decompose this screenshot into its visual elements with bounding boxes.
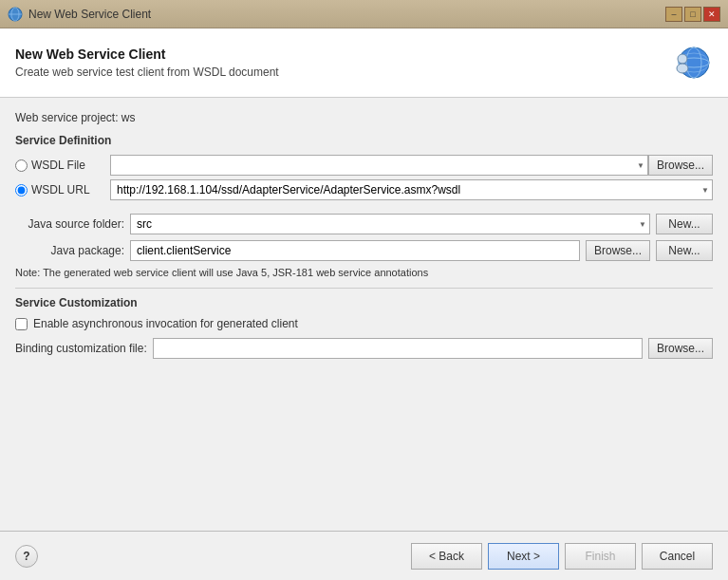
- finish-button[interactable]: Finish: [565, 543, 636, 570]
- java-package-new-button[interactable]: New...: [656, 240, 713, 261]
- globe-wizard-icon: [667, 40, 713, 85]
- close-button[interactable]: ✕: [703, 7, 720, 22]
- java-package-input[interactable]: [130, 240, 580, 261]
- java-source-row: Java source folder: src ▼ New...: [15, 214, 713, 234]
- title-bar-left: New Web Service Client: [8, 7, 151, 22]
- wsdl-url-radio[interactable]: [15, 184, 28, 196]
- java-source-combo-wrapper: src ▼: [130, 214, 650, 234]
- java-package-browse-button[interactable]: Browse...: [586, 240, 650, 261]
- title-controls: – □ ✕: [665, 7, 720, 22]
- footer-buttons: < Back Next > Finish Cancel: [411, 543, 713, 570]
- app-icon: [8, 7, 23, 22]
- footer-left: ?: [15, 545, 38, 568]
- svg-point-8: [677, 64, 688, 73]
- async-checkbox[interactable]: [15, 318, 28, 330]
- project-value: ws: [121, 111, 136, 124]
- maximize-button[interactable]: □: [684, 7, 701, 22]
- async-checkbox-row: Enable asynchronous invocation for gener…: [15, 317, 713, 330]
- back-button[interactable]: < Back: [411, 543, 482, 570]
- dialog: New Web Service Client Create web servic…: [0, 28, 728, 580]
- java-source-new-button[interactable]: New...: [656, 214, 713, 234]
- dialog-footer: ? < Back Next > Finish Cancel: [0, 531, 728, 580]
- dialog-header: New Web Service Client Create web servic…: [0, 28, 728, 98]
- wsdl-file-radio[interactable]: [15, 159, 28, 172]
- wsdl-file-text: WSDL File: [31, 159, 85, 172]
- wsdl-url-combo-wrapper: http://192.168.1.104/ssd/AdapterService/…: [110, 179, 713, 200]
- service-customization-section: Service Customization Enable asynchronou…: [15, 296, 713, 359]
- wsdl-file-row: WSDL File ▼ Browse...: [15, 155, 713, 176]
- wsdl-file-browse-button[interactable]: Browse...: [648, 155, 713, 176]
- wsdl-url-text: WSDL URL: [31, 183, 90, 196]
- next-button[interactable]: Next >: [488, 543, 559, 570]
- binding-file-browse-button[interactable]: Browse...: [648, 338, 713, 359]
- wsdl-file-select[interactable]: [110, 155, 648, 176]
- project-label: Web service project:: [15, 111, 119, 124]
- svg-point-7: [678, 54, 687, 64]
- java-source-label: Java source folder:: [15, 217, 124, 231]
- wsdl-file-label: WSDL File: [15, 159, 110, 172]
- java-package-row: Java package: Browse... New...: [15, 240, 713, 261]
- dialog-body: Web service project: ws Service Definiti…: [0, 98, 728, 531]
- binding-file-label: Binding customization file:: [15, 342, 147, 355]
- service-definition-title: Service Definition: [15, 134, 713, 147]
- async-checkbox-label: Enable asynchronous invocation for gener…: [33, 317, 298, 330]
- java-source-select[interactable]: src: [130, 214, 650, 234]
- title-bar: New Web Service Client – □ ✕: [0, 0, 728, 28]
- divider: [15, 288, 713, 289]
- note-text: Note: The generated web service client w…: [15, 267, 713, 278]
- dialog-header-text: New Web Service Client Create web servic…: [15, 47, 667, 79]
- wsdl-file-combo-wrapper: ▼: [110, 155, 648, 176]
- project-info: Web service project: ws: [15, 111, 713, 124]
- service-customization-title: Service Customization: [15, 296, 713, 309]
- wsdl-url-label: WSDL URL: [15, 183, 110, 196]
- dialog-title: New Web Service Client: [15, 47, 667, 62]
- minimize-button[interactable]: –: [665, 7, 682, 22]
- dialog-subtitle: Create web service test client from WSDL…: [15, 65, 667, 79]
- wsdl-url-select[interactable]: http://192.168.1.104/ssd/AdapterService/…: [110, 179, 713, 200]
- java-package-label: Java package:: [15, 244, 124, 257]
- help-button[interactable]: ?: [15, 545, 38, 568]
- wsdl-url-row: WSDL URL http://192.168.1.104/ssd/Adapte…: [15, 179, 713, 200]
- binding-file-input[interactable]: [153, 338, 643, 359]
- binding-file-row: Binding customization file: Browse...: [15, 338, 713, 359]
- service-definition-section: Service Definition WSDL File ▼ Browse...: [15, 134, 713, 200]
- cancel-button[interactable]: Cancel: [642, 543, 713, 570]
- title-bar-text: New Web Service Client: [28, 8, 151, 21]
